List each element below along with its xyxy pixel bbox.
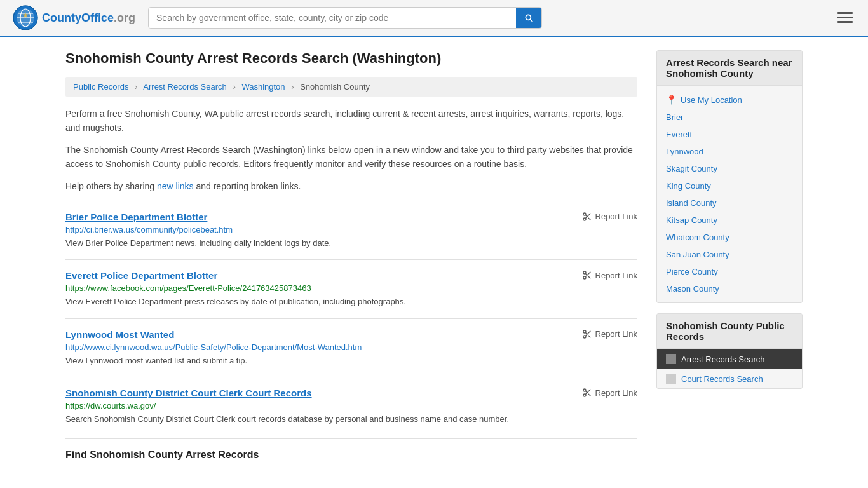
- svg-point-21: [583, 330, 586, 333]
- svg-point-26: [583, 389, 586, 391]
- sidebar-link-whatcom[interactable]: Whatcom County: [657, 229, 802, 246]
- resource-card-1: Everett Police Department Blotter Report…: [65, 259, 637, 318]
- sidebar-link-pierce[interactable]: Pierce County: [657, 263, 802, 280]
- resource-card-3: Snohomish County District Court Clerk Co…: [65, 377, 637, 436]
- resource-title-0[interactable]: Brier Police Department Blotter: [65, 212, 207, 222]
- sidebar-link-king[interactable]: King County: [657, 177, 802, 194]
- search-button[interactable]: [516, 8, 541, 28]
- svg-rect-8: [837, 12, 853, 14]
- new-links-link[interactable]: new links: [157, 181, 194, 191]
- logo-icon: [13, 5, 38, 30]
- resource-card-0: Brier Police Department Blotter Report L…: [65, 201, 637, 260]
- page-container: Snohomish County Arrest Records Search (…: [53, 37, 815, 473]
- report-link-button-0[interactable]: Report Link: [582, 212, 637, 222]
- report-link-button-1[interactable]: Report Link: [582, 270, 637, 280]
- svg-point-11: [583, 213, 586, 215]
- sidebar-court-records-link[interactable]: Court Records Search: [657, 369, 802, 388]
- sidebar-arrest-records-active[interactable]: Arrest Records Search: [657, 349, 802, 369]
- svg-line-29: [588, 394, 590, 396]
- logo-text: CountyOffice.org: [42, 11, 135, 25]
- resource-url-3[interactable]: https://dw.courts.wa.gov/: [65, 401, 637, 410]
- sidebar-link-kitsap[interactable]: Kitsap County: [657, 212, 802, 229]
- breadcrumb-arrest-records[interactable]: Arrest Records Search: [143, 82, 227, 92]
- svg-line-14: [588, 218, 590, 220]
- sidebar-link-sanjuan[interactable]: San Juan County: [657, 246, 802, 263]
- breadcrumb-sep-1: ›: [135, 82, 137, 92]
- scissors-icon-3: [582, 388, 592, 398]
- resource-card-2: Lynnwood Most Wanted Report Link http://…: [65, 318, 637, 377]
- report-link-button-2[interactable]: Report Link: [582, 329, 637, 339]
- svg-rect-10: [837, 21, 853, 23]
- svg-point-16: [583, 271, 586, 274]
- sidebar-public-records-content: Arrest Records Search Court Records Sear…: [657, 349, 802, 388]
- sidebar-public-records-box: Snohomish County Public Records Arrest R…: [656, 313, 803, 389]
- use-my-location-link[interactable]: 📍 Use My Location: [657, 91, 802, 109]
- breadcrumb: Public Records › Arrest Records Search ›…: [65, 77, 637, 97]
- breadcrumb-washington[interactable]: Washington: [241, 82, 285, 92]
- resource-desc-3: Search Snohomish County District Court C…: [65, 413, 637, 426]
- sidebar-link-mason[interactable]: Mason County: [657, 280, 802, 297]
- scissors-icon-1: [582, 270, 592, 280]
- svg-line-25: [585, 332, 587, 334]
- menu-button[interactable]: [835, 7, 855, 29]
- search-input[interactable]: [149, 8, 516, 28]
- svg-line-20: [585, 274, 587, 276]
- breadcrumb-public-records[interactable]: Public Records: [73, 82, 128, 92]
- resource-desc-1: View Everett Police Department press rel…: [65, 295, 637, 308]
- svg-point-17: [583, 276, 586, 279]
- sidebar-link-island[interactable]: Island County: [657, 194, 802, 212]
- svg-point-22: [583, 336, 586, 338]
- resource-url-0[interactable]: http://ci.brier.wa.us/community/policebe…: [65, 225, 637, 234]
- location-pin-icon: 📍: [666, 95, 677, 105]
- svg-rect-9: [837, 17, 853, 18]
- breadcrumb-sep-2: ›: [233, 82, 235, 92]
- resource-desc-2: View Lynnwood most wanted list and submi…: [65, 355, 637, 367]
- sidebar-link-brier[interactable]: Brier: [657, 109, 802, 126]
- svg-line-19: [588, 276, 590, 279]
- svg-point-12: [583, 218, 586, 220]
- breadcrumb-current: Snohomish County: [300, 82, 370, 92]
- header: CountyOffice.org: [0, 0, 868, 37]
- sidebar-link-lynnwood[interactable]: Lynnwood: [657, 143, 802, 160]
- page-title: Snohomish County Arrest Records Search (…: [65, 50, 637, 67]
- svg-point-27: [583, 394, 586, 396]
- resource-url-2[interactable]: http://www.ci.lynnwood.wa.us/Public-Safe…: [65, 342, 637, 352]
- sidebar-link-skagit[interactable]: Skagit County: [657, 160, 802, 177]
- search-icon: [524, 13, 534, 23]
- description-2: The Snohomish County Arrest Records Sear…: [65, 143, 637, 172]
- resource-url-1[interactable]: https://www.facebook.com/pages/Everett-P…: [65, 283, 637, 293]
- sidebar-nearby-content: 📍 Use My Location Brier Everett Lynnwood…: [657, 86, 802, 302]
- search-bar: [148, 7, 542, 29]
- sidebar-nearby-title: Arrest Records Search near Snohomish Cou…: [657, 51, 802, 86]
- inactive-item-icon: [666, 374, 676, 384]
- sidebar-public-records-title: Snohomish County Public Records: [657, 314, 802, 349]
- description-3: Help others by sharing new links and rep…: [65, 179, 637, 193]
- svg-line-15: [585, 215, 587, 217]
- resource-title-3[interactable]: Snohomish County District Court Clerk Co…: [65, 388, 312, 398]
- report-link-button-3[interactable]: Report Link: [582, 388, 637, 398]
- logo-link[interactable]: CountyOffice.org: [13, 5, 135, 30]
- svg-line-24: [588, 336, 590, 338]
- sidebar: Arrest Records Search near Snohomish Cou…: [656, 50, 803, 461]
- active-item-icon: [666, 354, 676, 364]
- svg-line-30: [585, 391, 587, 393]
- description-1: Perform a free Snohomish County, WA publ…: [65, 107, 637, 135]
- scissors-icon-0: [582, 212, 592, 222]
- resource-desc-0: View Brier Police Department news, inclu…: [65, 237, 637, 250]
- hamburger-icon: [837, 10, 853, 25]
- main-content: Snohomish County Arrest Records Search (…: [65, 50, 637, 461]
- scissors-icon-2: [582, 329, 592, 339]
- breadcrumb-sep-3: ›: [291, 82, 294, 92]
- resource-title-1[interactable]: Everett Police Department Blotter: [65, 270, 217, 281]
- sidebar-link-everett[interactable]: Everett: [657, 126, 802, 143]
- sidebar-nearby-box: Arrest Records Search near Snohomish Cou…: [656, 50, 803, 303]
- section-heading: Find Snohomish County Arrest Records: [65, 438, 637, 461]
- resource-title-2[interactable]: Lynnwood Most Wanted: [65, 329, 174, 340]
